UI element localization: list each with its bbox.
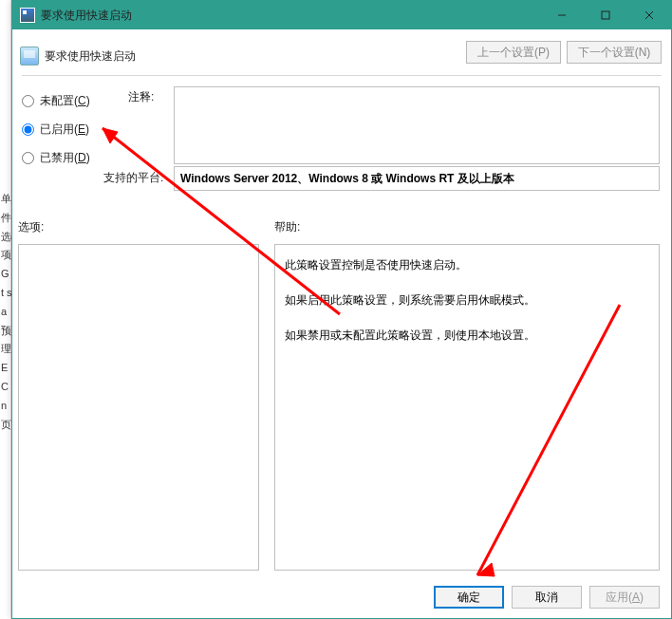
ok-button[interactable]: 确定 xyxy=(434,586,504,609)
prev-setting-button[interactable]: 上一个设置(P) xyxy=(466,41,561,64)
apply-button[interactable]: 应用(A) xyxy=(589,586,660,609)
radio-label: 未配置(C) xyxy=(40,93,90,109)
radio-disabled[interactable]: 已禁用(D) xyxy=(22,143,90,172)
window-title: 要求使用快速启动 xyxy=(41,8,540,24)
help-line: 如果启用此策略设置，则系统需要启用休眠模式。 xyxy=(285,290,649,311)
comment-textarea[interactable] xyxy=(174,86,660,164)
radio-disabled-input[interactable] xyxy=(22,152,34,164)
options-label: 选项: xyxy=(18,219,44,235)
platform-label: 支持的平台: xyxy=(103,170,163,186)
options-panel xyxy=(18,244,259,571)
svg-marker-5 xyxy=(103,128,118,143)
radio-label: 已禁用(D) xyxy=(40,150,90,166)
next-setting-button[interactable]: 下一个设置(N) xyxy=(567,41,662,64)
divider xyxy=(22,75,662,76)
dialog-buttons: 确定 取消 应用(A) xyxy=(434,586,660,609)
help-panel[interactable]: 此策略设置控制是否使用快速启动。 如果启用此策略设置，则系统需要启用休眠模式。 … xyxy=(274,244,660,571)
header-title: 要求使用快速启动 xyxy=(45,48,136,65)
maximize-button[interactable] xyxy=(584,1,627,29)
help-label: 帮助: xyxy=(274,219,300,235)
comment-label: 注释: xyxy=(128,89,154,105)
app-icon xyxy=(20,8,35,23)
radio-enabled-input[interactable] xyxy=(22,123,34,136)
close-button[interactable] xyxy=(627,1,671,29)
minimize-button[interactable] xyxy=(540,1,584,29)
cancel-button[interactable]: 取消 xyxy=(512,586,582,609)
policy-icon xyxy=(20,47,39,66)
client-area: 要求使用快速启动 上一个设置(P) 下一个设置(N) 未配置(C) 已启用(E)… xyxy=(12,29,671,618)
help-line: 如果禁用或未配置此策略设置，则使用本地设置。 xyxy=(285,325,649,347)
radio-label: 已启用(E) xyxy=(40,122,89,138)
titlebar[interactable]: 要求使用快速启动 xyxy=(12,1,671,29)
radio-not-configured-input[interactable] xyxy=(22,95,34,107)
nav-buttons: 上一个设置(P) 下一个设置(N) xyxy=(466,41,662,64)
background-strip: 单件 选项: G t s a 预 理 E C n 页 xyxy=(0,0,11,619)
platform-box[interactable]: Windows Server 2012、Windows 8 或 Windows … xyxy=(174,166,660,191)
radio-enabled[interactable]: 已启用(E) xyxy=(22,115,90,143)
window-controls xyxy=(540,1,671,29)
state-radios: 未配置(C) 已启用(E) 已禁用(D) xyxy=(22,86,90,172)
help-line: 此策略设置控制是否使用快速启动。 xyxy=(285,254,649,276)
svg-rect-1 xyxy=(602,11,609,19)
dialog-window: 要求使用快速启动 要求使用快速启动 上一个设置(P) 下一个设置(N) 未配置(… xyxy=(11,0,672,619)
radio-not-configured[interactable]: 未配置(C) xyxy=(22,86,90,115)
